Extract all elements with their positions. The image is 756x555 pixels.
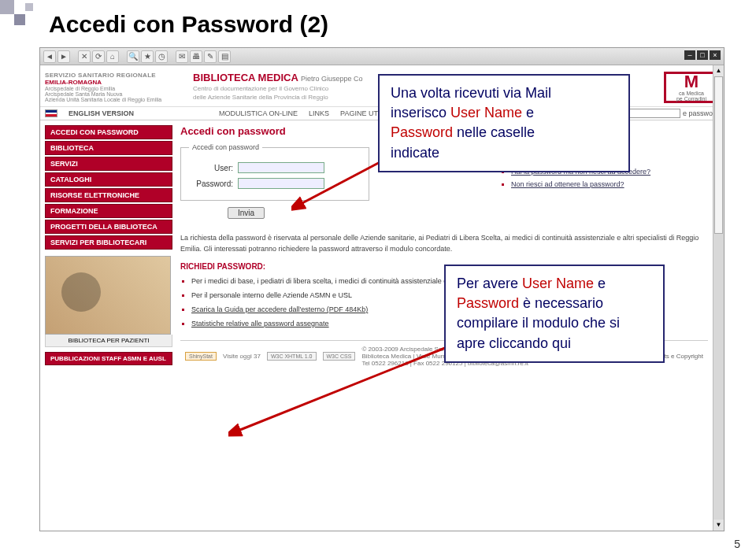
home-icon[interactable]: ⌂ bbox=[106, 50, 119, 63]
nav-modulistica[interactable]: MODULISTICA ON-LINE bbox=[219, 109, 298, 117]
login-legend: Accedi con password bbox=[189, 143, 262, 151]
tools-icon[interactable]: ▤ bbox=[218, 50, 231, 63]
header-logo: M ca Medica pe Corradini bbox=[664, 72, 719, 103]
sidebar-item-risorse[interactable]: RISORSE ELETTRONICHE bbox=[45, 188, 172, 202]
callout-1: Una volta ricevuti via Mail inserisco Us… bbox=[378, 74, 630, 172]
submit-button[interactable]: Invia bbox=[228, 207, 265, 219]
svg-line-0 bbox=[299, 159, 386, 205]
info-paragraph: La richiesta della password è riservata … bbox=[180, 233, 708, 254]
mail-icon[interactable]: ✉ bbox=[176, 50, 188, 63]
sidebar-item-cataloghi[interactable]: CATALOGHI bbox=[45, 172, 172, 187]
sidebar-item-biblioteca[interactable]: BIBLIOTECA bbox=[45, 141, 172, 155]
sidebar-item-formazione[interactable]: FORMAZIONE bbox=[45, 204, 172, 218]
close-icon[interactable]: × bbox=[710, 50, 721, 60]
flag-icon bbox=[45, 109, 57, 117]
password-label: Password: bbox=[189, 179, 233, 188]
favorites-icon[interactable]: ★ bbox=[141, 50, 154, 63]
shinystat-badge[interactable]: ShinyStat bbox=[185, 352, 217, 361]
svg-line-1 bbox=[236, 348, 445, 431]
sidebar-item-bibliotecari[interactable]: SERVIZI PER BIBLIOTECARI bbox=[45, 235, 172, 250]
english-link[interactable]: ENGLISH VERSION bbox=[69, 109, 134, 117]
forward-icon[interactable]: ► bbox=[57, 50, 70, 63]
sidebar-caption[interactable]: BIBLIOTECA PER PAZIENTI bbox=[45, 335, 172, 347]
slide-title: Accedi con Password (2) bbox=[49, 11, 328, 38]
sidebar-item-accedi[interactable]: ACCEDI CON PASSWORD bbox=[45, 125, 172, 139]
browser-toolbar: ◄ ► ✕ ⟳ ⌂ 🔍 ★ ◷ ✉ 🖶 ✎ ▤ – □ × bbox=[40, 48, 724, 65]
minimize-icon[interactable]: – bbox=[684, 50, 695, 60]
nav-links[interactable]: LINKS bbox=[309, 109, 329, 117]
back-icon[interactable]: ◄ bbox=[43, 50, 56, 63]
print-icon[interactable]: 🖶 bbox=[190, 50, 202, 63]
search-icon[interactable]: 🔍 bbox=[127, 50, 139, 63]
history-icon[interactable]: ◷ bbox=[155, 50, 168, 63]
sidebar-item-pubs[interactable]: PUBBLICAZIONI STAFF ASMN E AUSL bbox=[45, 352, 172, 365]
sidebar-item-progetti[interactable]: PROGETTI DELLA BIBLIOTECA bbox=[45, 220, 172, 234]
stop-icon[interactable]: ✕ bbox=[78, 50, 91, 63]
sidebar-item-servizi[interactable]: SERVIZI bbox=[45, 157, 172, 171]
help-cannot-get[interactable]: Non riesci ad ottenere la password? bbox=[511, 180, 624, 188]
callout-2: Per avere User Name e Password è necessa… bbox=[444, 265, 665, 363]
sidebar-image bbox=[45, 256, 171, 335]
user-label: User: bbox=[189, 164, 233, 172]
restore-icon[interactable]: □ bbox=[697, 50, 708, 60]
reload-icon[interactable]: ⟳ bbox=[92, 50, 105, 63]
arrow-2 bbox=[228, 346, 449, 441]
slide-number: 5 bbox=[734, 538, 740, 550]
sidebar: ACCEDI CON PASSWORD BIBLIOTECA SERVIZI C… bbox=[45, 125, 172, 372]
scroll-up-icon[interactable]: ▲ bbox=[713, 65, 724, 76]
header-org: SERVIZIO SANITARIO REGIONALE EMILIA-ROMA… bbox=[45, 72, 187, 103]
window-controls: – □ × bbox=[684, 50, 721, 60]
scroll-down-icon[interactable]: ▼ bbox=[713, 520, 724, 531]
edit-icon[interactable]: ✎ bbox=[204, 50, 217, 63]
